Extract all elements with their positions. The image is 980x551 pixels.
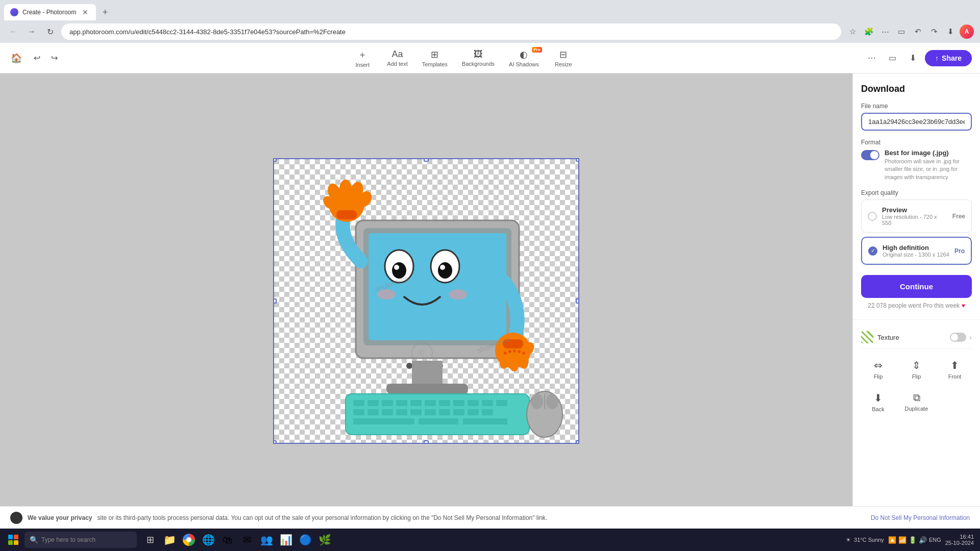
high-def-quality-option[interactable]: High definition Original size - 1300 x 1… xyxy=(861,237,972,265)
insert-tool[interactable]: ＋ Insert xyxy=(346,45,379,71)
volume-icon[interactable]: 🔊 xyxy=(919,536,927,544)
browser-menu-icon[interactable]: ⋯ xyxy=(878,24,892,39)
wifi-icon[interactable]: 📶 xyxy=(898,536,906,544)
svg-point-34 xyxy=(508,350,511,353)
texture-chevron-icon[interactable]: › xyxy=(969,333,972,341)
start-button[interactable] xyxy=(4,531,22,549)
svg-text:©: © xyxy=(419,348,425,357)
back-label: Back xyxy=(872,406,884,412)
canvas-area[interactable]: shuttertime shuttertime © xyxy=(0,73,852,529)
taskbar-search[interactable]: 🔍 Type here to search xyxy=(24,532,137,548)
undo-button[interactable]: ↩ xyxy=(29,50,45,66)
taskbar-app4[interactable]: 🌿 xyxy=(315,531,334,549)
backgrounds-icon: 🖼 xyxy=(474,49,483,60)
address-input[interactable] xyxy=(61,23,841,40)
canvas-wrapper: shuttertime shuttertime © xyxy=(273,158,579,444)
tab-title: Create - Photoroom xyxy=(22,9,77,16)
file-name-input[interactable] xyxy=(861,113,972,131)
forward-button[interactable]: → xyxy=(24,24,39,39)
canvas-image[interactable]: shuttertime shuttertime © xyxy=(273,158,579,444)
edge-icon: 🌐 xyxy=(202,534,215,546)
history-back-icon[interactable]: ↶ xyxy=(911,24,925,39)
back-button[interactable]: ← xyxy=(6,24,20,39)
format-info: Best for image (.jpg) Photoroom will sav… xyxy=(885,149,972,181)
texture-right: › xyxy=(950,333,972,342)
format-toggle[interactable] xyxy=(861,150,879,160)
templates-tool[interactable]: ⊞ Templates xyxy=(416,46,454,70)
ai-shadows-tool[interactable]: ◐ AI Shadows Pro xyxy=(503,46,545,70)
continue-button[interactable]: Continue xyxy=(861,275,972,298)
taskbar-app2[interactable]: 📊 xyxy=(277,531,295,549)
weather-text: 31°C Sunny xyxy=(854,537,884,543)
right-panel: Download File name Format Best for image… xyxy=(852,73,980,529)
taskbar-chrome[interactable] xyxy=(180,531,198,549)
extensions-icon[interactable]: 🧩 xyxy=(862,24,876,39)
taskbar-store[interactable]: 🛍 xyxy=(218,531,237,549)
privacy-link[interactable]: Do Not Sell My Personal Information xyxy=(871,514,970,521)
svg-point-12 xyxy=(438,262,452,279)
panel-toggle-button[interactable]: ▭ xyxy=(884,50,900,66)
network-icon[interactable]: 🔼 xyxy=(888,536,896,544)
flip-vertical-tool[interactable]: ⇕ Flip xyxy=(899,355,934,384)
duplicate-tool[interactable]: ⧉ Duplicate xyxy=(899,388,934,416)
high-def-badge: Pro xyxy=(954,247,965,255)
taskbar-file-explorer[interactable]: 📁 xyxy=(160,531,179,549)
back-tool[interactable]: ⬇ Back xyxy=(861,388,895,416)
mail-icon: ✉ xyxy=(243,534,252,546)
battery-icon[interactable]: 🔋 xyxy=(909,536,917,544)
svg-point-35 xyxy=(513,349,516,353)
svg-point-15 xyxy=(449,289,467,299)
sidebar-icon[interactable]: ▭ xyxy=(894,24,909,39)
taskbar-sys: ☀ 31°C Sunny xyxy=(846,537,884,543)
svg-point-66 xyxy=(531,394,543,409)
tab-favicon xyxy=(10,8,18,16)
high-def-quality-sub: Original size - 1300 x 1264 xyxy=(883,252,949,258)
taskbar-task-view[interactable]: ⊞ xyxy=(141,531,159,549)
new-tab-button[interactable]: + xyxy=(98,5,112,19)
download-title: Download xyxy=(861,84,972,94)
taskbar-edge[interactable]: 🌐 xyxy=(199,531,217,549)
weather-icon: ☀ xyxy=(846,537,851,543)
profile-button[interactable]: A xyxy=(960,24,974,39)
svg-rect-40 xyxy=(353,400,364,406)
file-explorer-icon: 📁 xyxy=(163,534,176,546)
home-button[interactable]: 🏠 xyxy=(8,50,24,66)
svg-point-67 xyxy=(546,394,558,409)
front-tool[interactable]: ⬆ Front xyxy=(938,355,972,384)
texture-row: Texture › xyxy=(861,326,972,349)
share-button[interactable]: ↑ Share xyxy=(925,50,972,66)
download-icon[interactable]: ⬇ xyxy=(943,24,958,39)
more-options-button[interactable]: ⋯ xyxy=(864,50,880,66)
taskbar-clock[interactable]: 16:41 25-10-2024 xyxy=(945,534,974,546)
active-tab[interactable]: Create - Photoroom ✕ xyxy=(4,4,96,20)
format-section: Format Best for image (.jpg) Photoroom w… xyxy=(861,139,972,181)
svg-point-33 xyxy=(504,352,507,355)
app4-icon: 🌿 xyxy=(318,534,331,546)
taskbar-mail[interactable]: ✉ xyxy=(238,531,256,549)
add-text-tool[interactable]: Aa Add text xyxy=(381,46,413,70)
bookmark-icon[interactable]: ☆ xyxy=(845,24,860,39)
redo-button[interactable]: ↪ xyxy=(46,50,62,66)
file-name-label: File name xyxy=(861,103,972,110)
resize-tool[interactable]: ⊟ Resize xyxy=(547,46,580,70)
tab-close-button[interactable]: ✕ xyxy=(81,8,90,17)
history-forward-icon[interactable]: ↷ xyxy=(927,24,941,39)
duplicate-label: Duplicate xyxy=(905,406,928,412)
texture-toggle[interactable] xyxy=(950,333,966,342)
download-button[interactable]: ⬇ xyxy=(904,50,921,66)
refresh-button[interactable]: ↻ xyxy=(43,24,57,39)
canvas-svg: shuttertime shuttertime © xyxy=(274,159,579,444)
backgrounds-tool[interactable]: 🖼 Backgrounds xyxy=(456,46,501,70)
flip-horizontal-tool[interactable]: ⇔ Flip xyxy=(861,355,895,384)
ai-shadows-label: AI Shadows xyxy=(509,61,539,67)
svg-rect-45 xyxy=(425,400,436,406)
preview-quality-option[interactable]: Preview Low resolution - 720 x 550 Free xyxy=(861,199,972,233)
taskbar-app3[interactable]: 🔵 xyxy=(296,531,314,549)
taskbar-teams[interactable]: 👥 xyxy=(257,531,276,549)
app2-icon: 📊 xyxy=(280,534,292,546)
language-text[interactable]: ENG xyxy=(929,537,941,543)
preview-radio[interactable] xyxy=(868,212,877,221)
high-def-radio[interactable] xyxy=(868,246,877,256)
toggle-knob xyxy=(870,151,878,159)
flip-vertical-label: Flip xyxy=(912,373,921,380)
